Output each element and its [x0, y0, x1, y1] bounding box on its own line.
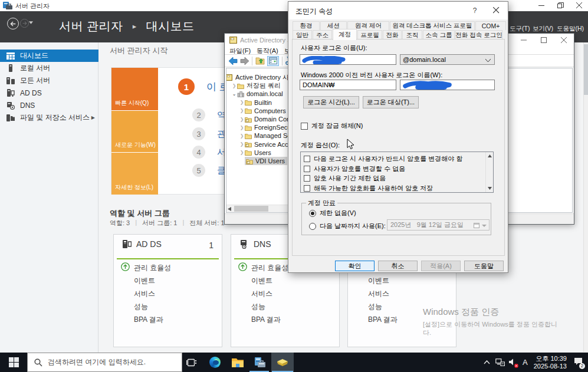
server-manager-taskbar-icon[interactable]: [248, 353, 271, 372]
tab-전화[interactable]: 전화: [383, 30, 402, 39]
file-explorer-icon[interactable]: [226, 353, 249, 372]
role-tile-1[interactable]: AD DS1관리 효율성이벤트서비스성능BPA 결과: [113, 234, 222, 347]
tile-row-서비스[interactable]: 서비스: [368, 289, 389, 299]
aduc-minimize-button[interactable]: [514, 34, 534, 46]
aduc-taskbar-icon[interactable]: [271, 353, 294, 372]
account-option-checkbox[interactable]: [304, 166, 310, 172]
unlock-account-checkbox[interactable]: [301, 123, 308, 130]
tree-node-users[interactable]: ❯Users: [239, 149, 271, 157]
start-button[interactable]: [2, 353, 25, 372]
tile-row-이벤트[interactable]: 이벤트: [368, 276, 389, 286]
tile-row-서비스[interactable]: 서비스: [251, 289, 272, 299]
sidebar-expand-icon[interactable]: ▶: [91, 115, 95, 120]
aduc-menu-2[interactable]: 동작(A): [257, 47, 278, 54]
logon-name-input[interactable]: [300, 54, 396, 65]
edge-icon[interactable]: [203, 353, 226, 372]
minimize-button[interactable]: [533, 0, 550, 11]
tab-전화 접속 로그인[interactable]: 전화 접속 로그인: [455, 30, 502, 39]
tile-row-BPA 결과[interactable]: BPA 결과: [368, 315, 398, 325]
listbox-scrollbar[interactable]: [485, 152, 493, 192]
nav-dropdown-icon[interactable]: [29, 21, 33, 24]
legacy-domain-input[interactable]: DOMAIN₩: [300, 80, 396, 90]
ime-indicator[interactable]: A: [523, 358, 528, 367]
logon-to-button[interactable]: 로그온 대상(T)...: [363, 96, 419, 108]
expiry-until-radio[interactable]: [309, 223, 316, 230]
tab-조직[interactable]: 조직: [402, 30, 422, 39]
volume-muted-icon[interactable]: [509, 357, 517, 368]
tree-node-computers[interactable]: ❯Computers: [239, 107, 286, 115]
tree-node-vdi-users[interactable]: VDI Users: [239, 157, 287, 165]
account-option-3[interactable]: 암호 사용 기간 제한 없음: [304, 174, 386, 183]
tab-프로필[interactable]: 프로필: [357, 30, 382, 39]
welcome-strip-3[interactable]: 자세한 정보(L): [111, 153, 158, 195]
account-option-4[interactable]: 해독 가능한 암호화를 사용하여 암호 저장: [304, 184, 433, 193]
restore-button[interactable]: [551, 0, 569, 11]
welcome-strip-1[interactable]: 빠른 시작(Q): [111, 68, 158, 110]
expand-icon[interactable]: ❯: [239, 141, 245, 147]
tab-소속 그룹[interactable]: 소속 그룹: [423, 30, 455, 39]
expand-icon[interactable]: ❯: [239, 125, 245, 130]
task-view-icon[interactable]: [180, 353, 203, 372]
sidebar-item-3[interactable]: 모든 서버: [0, 74, 98, 87]
tab-COM+[interactable]: COM+: [475, 21, 506, 30]
menu-item-2[interactable]: 도구(T): [510, 25, 530, 33]
tile-row-서비스[interactable]: 서비스: [134, 289, 155, 299]
tab-일반[interactable]: 일반: [293, 30, 312, 39]
upn-suffix-dropdown[interactable]: @domain.local: [400, 54, 495, 65]
sidebar-item-4[interactable]: AD DS: [0, 87, 98, 99]
network-icon[interactable]: [495, 358, 505, 366]
expand-icon[interactable]: ❯: [239, 100, 245, 105]
logon-hours-button[interactable]: 로그온 시간(L)...: [303, 96, 359, 108]
expiry-never-radio[interactable]: [309, 210, 316, 217]
aduc-maximize-button[interactable]: [534, 34, 554, 46]
tile-row-성능[interactable]: 성능: [251, 302, 265, 312]
close-button[interactable]: [570, 0, 588, 11]
taskbar-search-box[interactable]: 검색하려면 여기에 입력하세요.: [27, 353, 182, 372]
tree-hscrollbar-thumb[interactable]: [234, 206, 268, 212]
tray-clock[interactable]: 오후 10:39 2025-08-13: [534, 355, 567, 370]
tab-원격 데스크톱 서비스 프로필[interactable]: 원격 데스크톱 서비스 프로필: [390, 21, 475, 30]
dialog-button-도움말[interactable]: 도움말: [464, 261, 504, 271]
aduc-close-button[interactable]: [554, 34, 574, 46]
sidebar-item-1[interactable]: 대시보드: [0, 50, 98, 62]
welcome-strip-2[interactable]: 새로운 기능(W): [111, 111, 158, 152]
aduc-menu-1[interactable]: 파일(F): [229, 47, 251, 54]
sidebar-item-6[interactable]: 파일 및 저장소 서비스▶: [0, 111, 98, 124]
dialog-button-확인[interactable]: 확인: [335, 261, 375, 271]
back-icon[interactable]: [229, 57, 238, 65]
account-options-listbox[interactable]: 다음 로그온 시 사용자가 반드시 암호를 변경해야 함사용자가 암호를 변경할…: [300, 152, 494, 193]
dialog-close-button[interactable]: [485, 2, 507, 19]
expand-icon[interactable]: ❯: [239, 108, 245, 113]
tab-주소[interactable]: 주소: [313, 30, 332, 39]
expand-icon[interactable]: ❯: [239, 150, 245, 155]
account-option-2[interactable]: 사용자가 암호를 변경할 수 없음: [304, 164, 405, 173]
tile-row-이벤트[interactable]: 이벤트: [134, 276, 155, 286]
expiry-date-picker[interactable]: 2025년 9월 12일 금요일: [387, 219, 490, 231]
scroll-left-icon[interactable]: [228, 207, 231, 211]
account-option-checkbox[interactable]: [304, 156, 310, 162]
tile-row-BPA 결과[interactable]: BPA 결과: [251, 315, 281, 325]
console-tree-icon[interactable]: [267, 56, 279, 66]
expand-icon[interactable]: ❯: [239, 117, 245, 122]
tile-row-성능[interactable]: 성능: [134, 302, 148, 312]
account-option-1[interactable]: 다음 로그온 시 사용자가 반드시 암호를 변경해야 함: [304, 154, 462, 163]
sidebar-item-5[interactable]: DNS: [0, 99, 98, 111]
account-option-checkbox[interactable]: [304, 175, 310, 182]
dashboard-scrollbar-thumb[interactable]: [584, 44, 588, 95]
expand-icon[interactable]: ❯: [239, 133, 245, 139]
legacy-logon-input[interactable]: [400, 80, 495, 90]
scroll-up-icon[interactable]: [488, 154, 492, 157]
dialog-help-button[interactable]: ?: [464, 2, 485, 19]
menu-item-3[interactable]: 보기(V): [533, 25, 553, 33]
tile-row-BPA 결과[interactable]: BPA 결과: [134, 315, 163, 325]
tile-row-관리 효율성[interactable]: 관리 효율성: [251, 263, 288, 273]
tab-환경[interactable]: 환경: [293, 21, 320, 30]
tile-row-성능[interactable]: 성능: [368, 302, 382, 312]
expand-icon[interactable]: ❯: [231, 83, 237, 88]
tab-계정[interactable]: 계정: [333, 29, 357, 40]
tile-row-관리 효율성[interactable]: 관리 효율성: [134, 263, 171, 273]
tile-row-이벤트[interactable]: 이벤트: [251, 276, 272, 286]
tree-hscrollbar[interactable]: [226, 205, 290, 212]
tree-node-builtin[interactable]: ❯Builtin: [239, 98, 272, 107]
scroll-down-icon[interactable]: [488, 187, 492, 190]
